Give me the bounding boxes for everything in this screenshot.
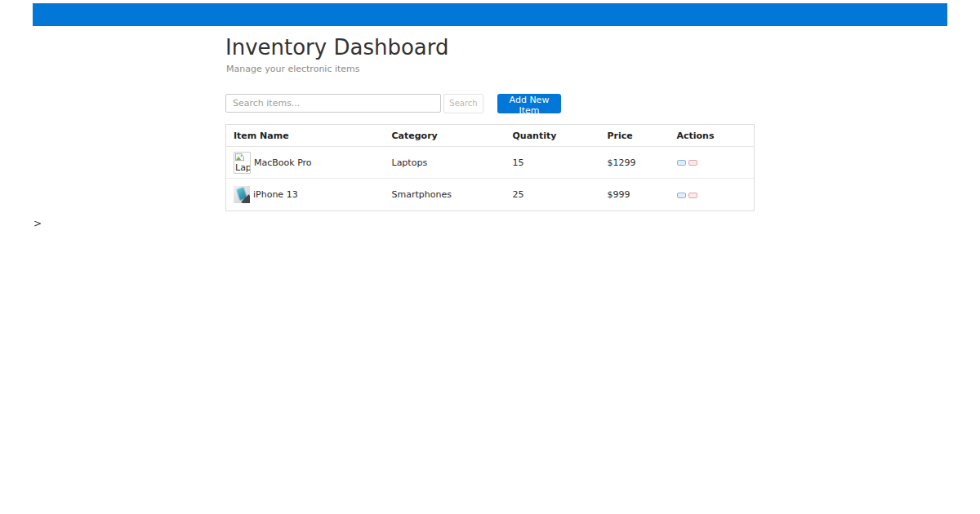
item-price: $999 — [600, 179, 670, 211]
item-price: $1299 — [600, 147, 670, 179]
table-header-row: Item Name Category Quantity Price Action… — [226, 125, 755, 147]
column-header-category: Category — [385, 125, 506, 147]
search-button[interactable]: Search — [443, 94, 483, 113]
item-actions — [670, 147, 755, 179]
column-header-item-name: Item Name — [226, 125, 385, 147]
edit-button[interactable] — [677, 193, 686, 198]
page-subtitle: Manage your electronic items — [226, 64, 360, 74]
item-category: Laptops — [385, 147, 506, 179]
item-category: Smartphones — [385, 179, 506, 211]
broken-image-placeholder: Laptop — [234, 152, 251, 174]
search-input[interactable] — [225, 94, 441, 113]
column-header-quantity: Quantity — [506, 125, 600, 147]
image-alt-text: Laptop — [235, 163, 251, 173]
item-actions — [670, 179, 755, 211]
delete-button[interactable] — [688, 193, 697, 198]
item-quantity: 15 — [506, 147, 600, 179]
controls-row: Search Add New Item — [225, 93, 561, 113]
top-nav-bar — [33, 3, 947, 26]
iphone-photo-thumbnail — [234, 186, 250, 203]
add-new-item-button[interactable]: Add New Item — [497, 94, 561, 113]
edit-button[interactable] — [677, 160, 686, 166]
column-header-price: Price — [600, 125, 670, 147]
stray-text: > — [33, 218, 42, 229]
column-header-actions: Actions — [670, 125, 755, 147]
main-content: Inventory Dashboard Manage your electron… — [225, 36, 755, 215]
table-row: iPhone 13 Smartphones 25 $999 — [226, 179, 755, 211]
item-quantity: 25 — [506, 179, 600, 211]
page-title: Inventory Dashboard — [225, 36, 449, 60]
item-name: iPhone 13 — [253, 189, 298, 200]
delete-button[interactable] — [688, 160, 697, 166]
item-name: MacBook Pro — [254, 157, 312, 168]
broken-image-icon — [235, 153, 244, 162]
table-row: Laptop MacBook Pro Laptops 15 $1299 — [226, 147, 755, 179]
inventory-table: Item Name Category Quantity Price Action… — [225, 124, 755, 211]
page: Inventory Dashboard Manage your electron… — [0, 0, 980, 514]
